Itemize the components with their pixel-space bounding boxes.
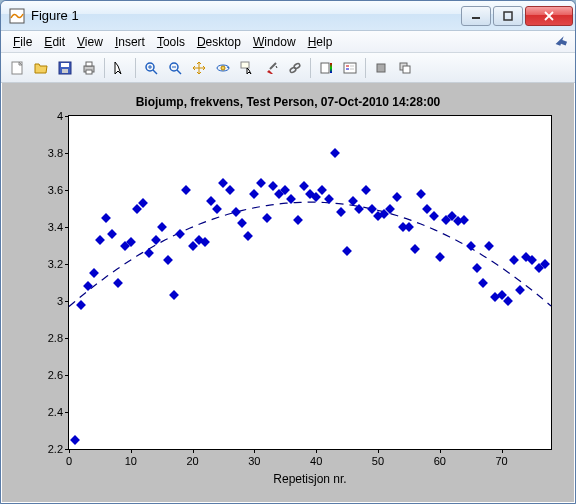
data-point [181, 185, 191, 195]
menu-file[interactable]: File [7, 33, 38, 51]
data-cursor-button[interactable] [235, 56, 259, 80]
data-point [515, 285, 525, 295]
svg-line-20 [270, 63, 276, 69]
data-point [342, 246, 352, 256]
app-icon [9, 8, 25, 24]
x-tick-label: 20 [186, 455, 198, 467]
window-title: Figure 1 [31, 8, 461, 23]
svg-rect-23 [321, 63, 329, 73]
data-point [256, 178, 266, 188]
y-tick-label: 2.4 [39, 406, 63, 418]
x-tick-label: 0 [66, 455, 72, 467]
data-point [429, 211, 439, 221]
brush-button[interactable] [259, 56, 283, 80]
rotate-3d-button[interactable] [211, 56, 235, 80]
data-point [317, 185, 327, 195]
menu-edit[interactable]: Edit [38, 33, 71, 51]
data-point [410, 244, 420, 254]
data-point [287, 194, 297, 204]
data-point [151, 235, 161, 245]
pan-button[interactable] [187, 56, 211, 80]
close-button[interactable] [525, 6, 573, 26]
data-point [175, 229, 185, 239]
y-tick-label: 4 [39, 110, 63, 122]
x-tick-label: 50 [372, 455, 384, 467]
menu-tools[interactable]: Tools [151, 33, 191, 51]
chart-title: Biojump, frekvens, Test Person, 07-Oct-2… [10, 95, 566, 109]
axes-container: Biojump, frekvens, Test Person, 07-Oct-2… [10, 95, 566, 494]
minimize-button[interactable] [461, 6, 491, 26]
data-point [330, 148, 340, 158]
insert-legend-button[interactable] [338, 56, 362, 80]
svg-rect-5 [61, 63, 69, 67]
data-point [466, 241, 476, 251]
hide-plot-tools-button[interactable] [369, 56, 393, 80]
axes[interactable]: Momentanfrekvens (Hz) Repetisjon nr. 2.2… [68, 115, 552, 450]
menu-view[interactable]: View [71, 33, 109, 51]
svg-line-11 [153, 70, 157, 74]
data-point [484, 241, 494, 251]
data-point [70, 435, 80, 445]
data-point [219, 178, 229, 188]
zoom-in-button[interactable] [139, 56, 163, 80]
data-point [225, 185, 235, 195]
data-point [231, 207, 241, 217]
edit-plot-button[interactable] [108, 56, 132, 80]
print-button[interactable] [77, 56, 101, 80]
svg-rect-30 [377, 64, 385, 72]
svg-rect-6 [62, 69, 68, 73]
x-tick-label: 60 [434, 455, 446, 467]
data-point [354, 204, 364, 214]
menu-window[interactable]: Window [247, 33, 302, 51]
svg-rect-25 [344, 63, 356, 73]
data-point [435, 252, 445, 262]
menu-help[interactable]: Help [302, 33, 339, 51]
data-point [89, 268, 99, 278]
insert-colorbar-button[interactable] [314, 56, 338, 80]
toolbar-separator [310, 58, 311, 78]
data-point [169, 290, 179, 300]
link-data-button[interactable] [283, 56, 307, 80]
save-button[interactable] [53, 56, 77, 80]
data-point [107, 229, 117, 239]
toolbar-separator [135, 58, 136, 78]
data-point [472, 263, 482, 273]
svg-rect-19 [241, 62, 249, 68]
data-point [392, 192, 402, 202]
zoom-out-button[interactable] [163, 56, 187, 80]
data-point [336, 207, 346, 217]
figure-window: Figure 1 File Edit View Insert Tools Des… [0, 0, 576, 504]
svg-rect-32 [403, 66, 410, 73]
svg-line-15 [177, 70, 181, 74]
data-point [157, 222, 167, 232]
svg-rect-2 [504, 12, 512, 20]
data-point [83, 281, 93, 291]
data-point [76, 300, 86, 310]
y-tick-label: 3 [39, 295, 63, 307]
dock-arrow-icon[interactable] [555, 34, 569, 51]
data-point [262, 213, 272, 223]
x-tick-label: 30 [248, 455, 260, 467]
data-point [460, 215, 470, 225]
menu-desktop[interactable]: Desktop [191, 33, 247, 51]
y-tick-label: 3.4 [39, 221, 63, 233]
x-tick-label: 10 [125, 455, 137, 467]
y-tick-label: 2.8 [39, 332, 63, 344]
data-point [243, 231, 253, 241]
svg-rect-9 [86, 70, 92, 74]
menubar: File Edit View Insert Tools Desktop Wind… [1, 31, 575, 53]
window-controls [461, 6, 573, 26]
menu-insert[interactable]: Insert [109, 33, 151, 51]
svg-point-22 [293, 62, 300, 68]
maximize-button[interactable] [493, 6, 523, 26]
y-tick-label: 3.6 [39, 184, 63, 196]
data-point [416, 189, 426, 199]
titlebar[interactable]: Figure 1 [1, 1, 575, 31]
new-figure-button[interactable] [5, 56, 29, 80]
data-point [113, 278, 123, 288]
data-point [144, 248, 154, 258]
y-tick-label: 2.2 [39, 443, 63, 455]
figure-canvas: Biojump, frekvens, Test Person, 07-Oct-2… [2, 83, 574, 502]
show-plot-tools-button[interactable] [393, 56, 417, 80]
open-button[interactable] [29, 56, 53, 80]
